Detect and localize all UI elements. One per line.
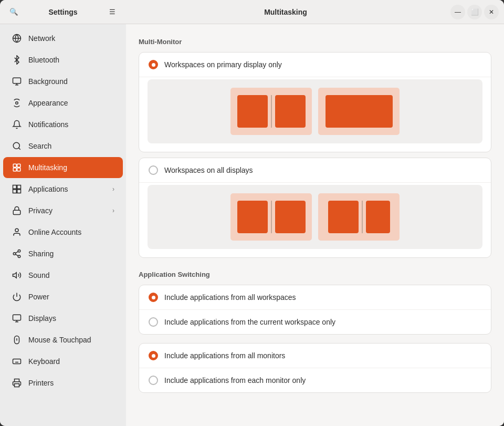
sidebar-item-online-accounts[interactable]: Online Accounts [3, 222, 123, 243]
sidebar-item-displays[interactable]: Displays [3, 308, 123, 329]
all-ws-block-2 [275, 201, 306, 233]
background-icon [12, 76, 22, 87]
sidebar-item-bluetooth[interactable]: Bluetooth [3, 49, 123, 70]
close-button[interactable]: ✕ [484, 5, 499, 19]
include-each-monitor-label: Include applications from each monitor o… [164, 376, 306, 385]
sidebar-label-displays: Displays [28, 314, 114, 323]
page-title: Multitasking [264, 8, 307, 16]
sidebar-item-appearance[interactable]: Appearance [3, 92, 123, 113]
multitasking-icon [12, 162, 22, 173]
sidebar-item-network[interactable]: Network [3, 28, 123, 49]
sidebar-item-power[interactable]: Power [3, 286, 123, 307]
workspaces-primary-card: Workspaces on primary display only [139, 52, 491, 152]
titlebar-center: Multitasking [126, 8, 445, 16]
all-secondary-monitor [318, 193, 400, 241]
svg-rect-15 [17, 190, 21, 193]
sidebar-item-multitasking[interactable]: Multitasking [3, 157, 123, 178]
sidebar-label-notifications: Notifications [28, 120, 114, 129]
include-all-workspaces-label: Include applications from all workspaces [164, 293, 296, 302]
svg-rect-2 [13, 78, 21, 84]
include-all-workspaces-radio[interactable] [149, 293, 158, 302]
search-icon: 🔍 [9, 8, 18, 16]
content: Network Bluetooth Background Appearance [0, 24, 504, 426]
workspaces-all-row[interactable]: Workspaces on all displays [139, 158, 491, 183]
include-all-monitors-radio[interactable] [149, 351, 158, 360]
sidebar-label-keyboard: Keyboard [28, 357, 114, 366]
sidebar-label-power: Power [28, 293, 114, 301]
workspaces-primary-row[interactable]: Workspaces on primary display only [139, 53, 491, 77]
sidebar-label-sound: Sound [28, 271, 114, 279]
multi-monitor-section-title: Multi-Monitor [139, 38, 491, 46]
network-icon [12, 33, 22, 44]
include-current-workspace-row[interactable]: Include applications from the current wo… [139, 310, 491, 334]
svg-rect-13 [17, 185, 21, 189]
sidebar-label-privacy: Privacy [28, 206, 106, 215]
svg-rect-30 [13, 359, 21, 364]
search-sidebar-icon [12, 141, 22, 151]
workspaces-all-card: Workspaces on all displays [139, 158, 491, 258]
notifications-icon [12, 119, 22, 130]
sidebar-item-printers[interactable]: Printers [3, 372, 123, 393]
maximize-icon: ⬜ [471, 8, 479, 16]
mouse-touchpad-icon [12, 335, 22, 345]
svg-rect-16 [13, 210, 20, 214]
include-all-monitors-label: Include applications from all monitors [164, 351, 285, 360]
displays-icon [12, 313, 22, 324]
secondary-monitor-illustration [318, 88, 400, 135]
app-switching-section-title: Application Switching [139, 271, 491, 278]
monitors-switching-card: Include applications from all monitors I… [139, 343, 491, 393]
sidebar-item-applications[interactable]: Applications › [3, 179, 123, 200]
sidebar-item-sharing[interactable]: Sharing [3, 243, 123, 264]
sidebar-label-sharing: Sharing [28, 250, 114, 258]
svg-line-22 [15, 252, 18, 253]
sidebar-item-search[interactable]: Search [3, 136, 123, 157]
svg-rect-8 [13, 164, 16, 167]
titlebar-menu-button[interactable]: ☰ [104, 4, 121, 20]
workspaces-primary-label: Workspaces on primary display only [164, 60, 282, 69]
svg-line-21 [15, 254, 18, 256]
applications-chevron-icon: › [112, 185, 114, 193]
svg-point-20 [18, 255, 20, 258]
sidebar-item-keyboard[interactable]: Keyboard [3, 351, 123, 372]
privacy-icon [12, 205, 22, 216]
sharing-icon [12, 248, 22, 259]
close-icon: ✕ [489, 8, 494, 16]
titlebar: 🔍 Settings ☰ Multitasking — ⬜ ✕ [0, 0, 504, 24]
power-icon [12, 292, 22, 302]
sidebar: Network Bluetooth Background Appearance [0, 24, 126, 426]
sidebar-label-mouse-touchpad: Mouse & Touchpad [28, 336, 114, 344]
workspaces-all-radio[interactable] [149, 165, 158, 175]
sidebar-item-background[interactable]: Background [3, 71, 123, 92]
workspaces-primary-radio[interactable] [149, 60, 158, 69]
include-each-monitor-row[interactable]: Include applications from each monitor o… [139, 368, 491, 392]
sidebar-item-sound[interactable]: Sound [3, 265, 123, 286]
sidebar-label-applications: Applications [28, 185, 106, 193]
titlebar-search-button[interactable]: 🔍 [5, 4, 22, 20]
maximize-button[interactable]: ⬜ [467, 5, 482, 19]
all-ws-block-4 [366, 201, 390, 233]
all-primary-monitor [230, 193, 312, 241]
ws-block-secondary [326, 95, 393, 128]
minimize-button[interactable]: — [450, 5, 465, 19]
svg-line-7 [18, 148, 20, 149]
sidebar-item-notifications[interactable]: Notifications [3, 114, 123, 135]
include-all-monitors-row[interactable]: Include applications from all monitors [139, 344, 491, 368]
svg-rect-9 [17, 164, 20, 167]
all-ws-block-1 [237, 201, 268, 233]
sidebar-label-background: Background [28, 77, 114, 86]
sidebar-item-privacy[interactable]: Privacy › [3, 200, 123, 221]
online-accounts-icon [12, 227, 22, 237]
printers-icon [12, 378, 22, 388]
svg-rect-11 [17, 168, 20, 171]
sidebar-label-bluetooth: Bluetooth [28, 56, 114, 64]
sidebar-item-mouse-touchpad[interactable]: Mouse & Touchpad [3, 329, 123, 350]
ws-divider-1 [271, 95, 272, 128]
include-each-monitor-radio[interactable] [149, 376, 158, 385]
minimize-icon: — [455, 8, 461, 16]
include-all-workspaces-row[interactable]: Include applications from all workspaces [139, 285, 491, 310]
svg-rect-12 [13, 185, 17, 189]
include-current-workspace-radio[interactable] [149, 317, 158, 327]
svg-point-5 [16, 102, 18, 105]
app-title: Settings [25, 8, 101, 16]
sidebar-label-network: Network [28, 34, 114, 43]
